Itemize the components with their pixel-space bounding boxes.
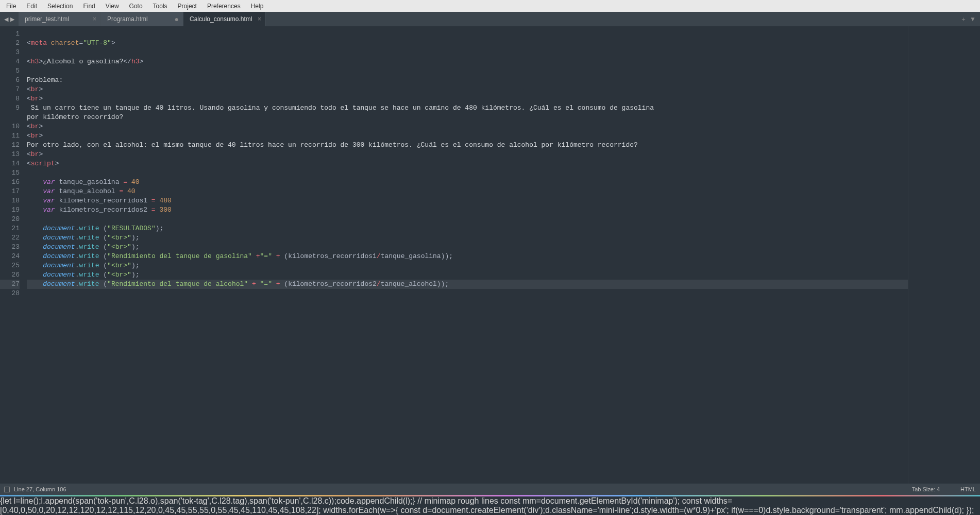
menu-help[interactable]: Help xyxy=(246,1,269,11)
tab-bar-right-controls: ＋ ▼ xyxy=(953,12,980,26)
tab-nav-back-icon[interactable]: ◀ xyxy=(4,16,8,23)
tab-primer-test[interactable]: primer_test.html × xyxy=(19,12,101,26)
close-icon[interactable]: × xyxy=(93,15,96,23)
tab-programa[interactable]: Programa.html ● xyxy=(101,12,183,26)
cursor-position[interactable]: Line 27, Column 106 xyxy=(14,486,66,492)
minimap[interactable] xyxy=(908,26,980,484)
code-area[interactable]: <meta charset="UTF-8"><h3>¿Alcohol o gas… xyxy=(24,26,908,484)
menu-file[interactable]: File xyxy=(1,1,21,11)
tab-label: Calculo_consumo.html xyxy=(190,15,252,23)
dropdown-icon[interactable]: ▼ xyxy=(970,15,976,23)
tab-label: Programa.html xyxy=(107,15,148,23)
syntax-indicator[interactable]: HTML xyxy=(960,486,976,492)
menu-view[interactable]: View xyxy=(100,1,124,11)
line-number-gutter: 123456789 101112131415161718192021222324… xyxy=(0,26,24,484)
menu-goto[interactable]: Goto xyxy=(124,1,148,11)
menu-tools[interactable]: Tools xyxy=(148,1,173,11)
tab-nav-arrows: ◀ ▶ xyxy=(0,12,19,26)
editor: 123456789 101112131415161718192021222324… xyxy=(0,26,980,484)
tab-nav-forward-icon[interactable]: ▶ xyxy=(10,16,14,23)
menu-bar: File Edit Selection Find View Goto Tools… xyxy=(0,0,980,12)
status-bar: Line 27, Column 106 Tab Size: 4 HTML xyxy=(0,484,980,495)
panel-toggle-icon[interactable] xyxy=(4,487,10,492)
menu-edit[interactable]: Edit xyxy=(21,1,42,11)
menu-selection[interactable]: Selection xyxy=(42,1,78,11)
menu-project[interactable]: Project xyxy=(173,1,202,11)
menu-find[interactable]: Find xyxy=(78,1,100,11)
tab-size-indicator[interactable]: Tab Size: 4 xyxy=(912,486,940,492)
tab-label: primer_test.html xyxy=(25,15,69,23)
tab-calculo-consumo[interactable]: Calculo_consumo.html × xyxy=(183,12,266,26)
close-icon[interactable]: × xyxy=(258,15,261,23)
bottom-accent-bar xyxy=(0,495,980,496)
new-tab-icon[interactable]: ＋ xyxy=(960,15,967,24)
menu-preferences[interactable]: Preferences xyxy=(202,1,246,11)
unsaved-dot-icon[interactable]: ● xyxy=(175,15,179,23)
tab-bar: ◀ ▶ primer_test.html × Programa.html ● C… xyxy=(0,12,980,26)
